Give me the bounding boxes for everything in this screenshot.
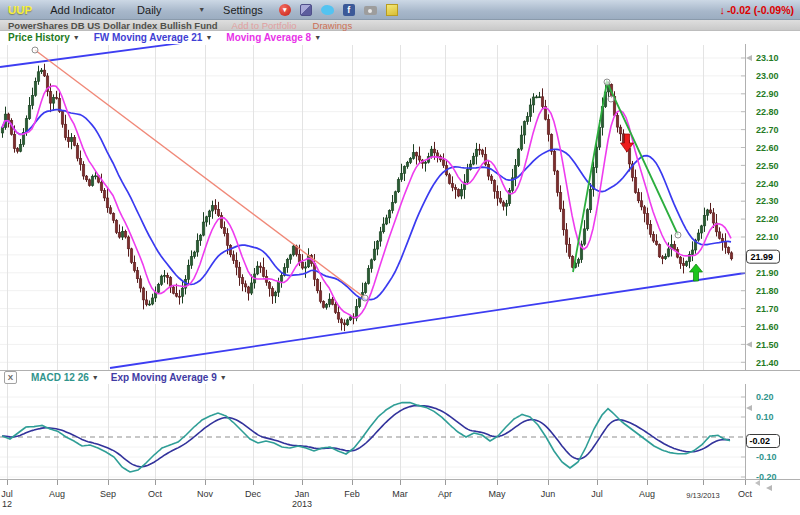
price-tick-label: 22.70	[756, 125, 779, 135]
timeframe-value: Daily	[137, 4, 161, 16]
price-tick-label: 21.40	[756, 358, 779, 368]
note-icon[interactable]	[386, 4, 398, 16]
time-tick-label: Aug	[49, 489, 65, 499]
macd-value: -0.02	[750, 436, 771, 446]
time-tick-label: Jul	[1, 489, 13, 499]
axis-marker-icon	[755, 480, 760, 486]
time-tick-label: Jan	[295, 489, 310, 499]
time-tick-label: Nov	[197, 489, 214, 499]
macd-menu[interactable]: MACD 12 26 ▼	[31, 372, 99, 383]
time-tick-label: Aug	[639, 489, 655, 499]
price-tick-label: 22.60	[756, 143, 779, 153]
time-tick-label: Jul	[591, 489, 603, 499]
time-tick-label: 9/13/2013	[686, 491, 719, 500]
price-tick-label: 22.80	[756, 107, 779, 117]
signal-line	[2, 406, 730, 467]
price-axis-labels: 23.1023.0022.9022.8022.7022.6022.5022.40…	[741, 53, 779, 367]
time-tick-label: May	[488, 489, 506, 499]
macd-tick-label: 0.20	[756, 392, 774, 402]
macd-tick-label: -0.10	[756, 452, 777, 462]
price-tick-label: 22.90	[756, 89, 779, 99]
chevron-down-icon: ▼	[314, 34, 321, 41]
time-tick-label: Apr	[438, 489, 452, 499]
drawing-handle[interactable]	[604, 79, 610, 85]
price-tick-label: 21.60	[756, 322, 779, 332]
axis-marker-icon	[746, 341, 752, 347]
drawings-menu[interactable]: Drawings	[313, 20, 353, 31]
ma8-menu[interactable]: Moving Average 8 ▼	[226, 32, 321, 43]
time-axis[interactable]: Jul12AugSepOctNovDecJan2013FebMarAprMayJ…	[0, 480, 800, 515]
fund-name: PowerShares DB US Dollar Index Bullish F…	[8, 20, 218, 31]
chevron-down-icon: ▼	[92, 374, 99, 381]
toolbar-icons: ▾ f	[279, 4, 398, 16]
price-tick-label: 21.50	[756, 340, 779, 350]
axis-marker-icon	[746, 55, 752, 61]
price-tick-label: 22.30	[756, 196, 779, 206]
price-change-readout: ↓ -0.02 (-0.09%)	[719, 4, 794, 16]
grid-layer	[0, 45, 745, 370]
price-history-menu[interactable]: Price History ▼	[8, 32, 80, 43]
price-tick-label: 23.00	[756, 71, 779, 81]
cube-icon[interactable]	[300, 4, 312, 16]
macd-grid-layer	[0, 384, 745, 480]
price-tick-label: 22.50	[756, 161, 779, 171]
chevron-down-icon: ▼	[73, 34, 80, 41]
drawing-handle[interactable]	[32, 47, 38, 53]
ma8-line	[2, 86, 731, 318]
last-price-value: 21.99	[751, 252, 774, 262]
drawing-handle[interactable]	[608, 96, 614, 102]
macd-tick-label: -0.20	[756, 472, 777, 480]
chevron-down-icon: ▼	[220, 374, 227, 381]
macd-panel-header: X MACD 12 26 ▼ Exp Moving Average 9 ▼	[0, 371, 800, 384]
price-tick-label: 21.90	[756, 268, 779, 278]
add-indicator-button[interactable]: Add Indicator	[50, 4, 115, 16]
down-arrow-icon: ↓	[719, 4, 725, 16]
price-tick-label: 21.80	[756, 286, 779, 296]
time-tick-label: Jun	[541, 489, 556, 499]
add-to-portfolio-link[interactable]: Add to Portfolio	[232, 20, 297, 31]
ma21-menu[interactable]: FW Moving Average 21 ▼	[94, 32, 213, 43]
ma21-line	[2, 110, 731, 300]
drawing-handle[interactable]	[362, 295, 368, 301]
time-tick-label: Oct	[148, 489, 163, 499]
time-tick-label: Dec	[245, 489, 262, 499]
instrument-bar: PowerShares DB US Dollar Index Bullish F…	[0, 20, 800, 31]
chevron-down-icon: ▼	[198, 6, 205, 13]
timeframe-dropdown[interactable]: Daily ▼	[137, 4, 205, 16]
settings-button[interactable]: Settings	[223, 4, 263, 16]
alert-icon[interactable]: ▾	[279, 4, 291, 16]
drawing-handle[interactable]	[675, 232, 681, 238]
toolbar: UUP Add Indicator Daily ▼ Settings ▾ f ↓…	[0, 0, 800, 20]
macd-chart-canvas[interactable]: 0.200.10-0.10-0.20-0.02	[0, 384, 800, 480]
indicator-legend: Price History ▼ FW Moving Average 21 ▼ M…	[0, 31, 800, 44]
time-tick-sublabel: 12	[2, 499, 12, 509]
price-tick-label: 22.10	[756, 232, 779, 242]
time-tick-label: Mar	[392, 489, 408, 499]
charting-app-window: UUP Add Indicator Daily ▼ Settings ▾ f ↓…	[0, 0, 800, 515]
symbol-label: UUP	[8, 4, 32, 16]
price-tick-label: 21.70	[756, 304, 779, 314]
price-chart-canvas[interactable]: 23.1023.0022.9022.8022.7022.6022.5022.40…	[0, 44, 800, 371]
macd-tick-label: 0.10	[756, 412, 774, 422]
axis-marker-icon	[766, 485, 772, 491]
axis-marker-icon	[746, 405, 752, 411]
macd-signal-menu[interactable]: Exp Moving Average 9 ▼	[111, 372, 227, 383]
time-tick-sublabel: 2013	[292, 499, 312, 509]
change-value: -0.02 (-0.09%)	[727, 4, 794, 16]
time-tick-label: Oct	[738, 489, 753, 499]
price-tick-label: 23.10	[756, 53, 779, 63]
price-tick-label: 22.40	[756, 179, 779, 189]
price-tick-label: 22.20	[756, 214, 779, 224]
time-tick-label: Sep	[100, 489, 116, 499]
close-macd-button[interactable]: X	[4, 371, 17, 384]
camera-icon[interactable]	[364, 6, 377, 15]
trendline-channel-upper[interactable]	[0, 44, 196, 67]
facebook-icon[interactable]: f	[343, 4, 355, 16]
twitter-icon[interactable]	[321, 5, 334, 15]
chevron-down-icon: ▼	[205, 34, 212, 41]
time-tick-label: Feb	[344, 489, 360, 499]
